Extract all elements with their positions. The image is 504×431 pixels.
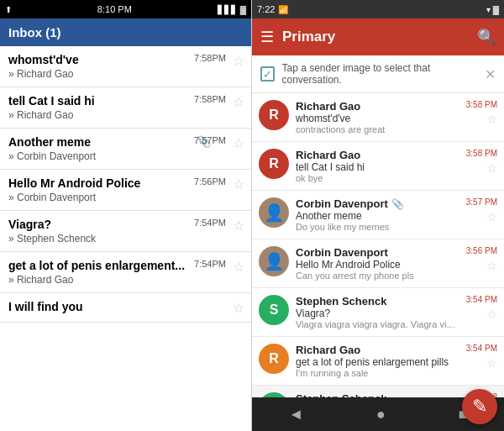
left-star-icon[interactable]: ☆: [233, 259, 244, 275]
right-status-bar: 7:22 📶 ▾ ▓: [252, 0, 504, 18]
compose-fab[interactable]: ✎: [462, 389, 497, 424]
right-email-time: 3:56 PM: [466, 246, 497, 255]
right-email-content: Corbin Davenport📎Another memeDo you like…: [296, 197, 459, 232]
left-email-time: 7:58PM: [194, 53, 226, 63]
right-email-item[interactable]: RRichard Gaotell Cat I said hiok bye3:58…: [252, 142, 504, 191]
right-star-icon[interactable]: ☆: [486, 210, 497, 223]
left-email-item[interactable]: Viagra?» Stephen Schenck7:54PM☆: [0, 211, 251, 252]
right-header-left: ☰ Primary: [260, 28, 335, 46]
right-email-subject: tell Cat I said hi: [296, 161, 459, 173]
nav-back-icon[interactable]: ◄: [288, 406, 303, 423]
right-status-left: 7:22 📶: [257, 4, 288, 14]
avatar[interactable]: S: [259, 295, 289, 325]
right-email-preview: Viagra viagra viagra viagra. Viagra viag…: [296, 319, 459, 329]
left-status-icons: ⬆: [5, 5, 12, 14]
right-email-item[interactable]: 👤Corbin DavenportHello Mr Android Police…: [252, 239, 504, 288]
left-star-icon[interactable]: ☆: [233, 94, 244, 110]
right-email-content: Stephen SchenckI will find youYou think …: [296, 392, 475, 397]
right-email-sender: Corbin Davenport: [296, 197, 388, 210]
left-star-icon[interactable]: ☆: [233, 300, 244, 316]
right-email-sender: Richard Gao: [296, 100, 360, 113]
right-email-preview: ok bye: [296, 173, 459, 183]
left-email-item[interactable]: get a lot of penis enlargement...» Richa…: [0, 252, 251, 293]
left-email-time: 7:57PM: [194, 135, 226, 145]
left-star-icon[interactable]: ☆: [233, 218, 244, 234]
right-email-time: 3:58 PM: [466, 100, 497, 109]
left-inbox-title: Inbox (1): [8, 25, 61, 39]
left-email-sender: » Richard Gao: [8, 109, 243, 121]
right-email-sender: Corbin Davenport: [296, 246, 388, 259]
right-email-list[interactable]: RRichard Gaowhomst'd'vecontractions are …: [252, 93, 504, 397]
sim-icon: 📶: [278, 5, 288, 14]
left-email-item[interactable]: tell Cat I said hi» Richard Gao7:58PM☆: [0, 87, 251, 129]
right-email-preview: contractions are great: [296, 124, 459, 134]
right-star-icon[interactable]: ☆: [486, 113, 497, 126]
left-email-sender: » Stephen Schenck: [8, 233, 243, 244]
left-email-sender: » Richard Gao: [8, 68, 243, 80]
left-email-item[interactable]: I will find you☆: [0, 293, 251, 323]
right-email-meta: 3:54 PM☆: [466, 344, 497, 370]
right-email-subject: whomst'd've: [296, 113, 459, 124]
right-email-meta: 3:58 PM☆: [466, 149, 497, 175]
right-email-item[interactable]: RRichard Gaowhomst'd'vecontractions are …: [252, 93, 504, 142]
right-email-subject: Another meme: [296, 210, 459, 222]
right-email-time: 3:58 PM: [466, 149, 497, 158]
select-banner-left: ✓ Tap a sender image to select that conv…: [260, 62, 485, 86]
left-email-item[interactable]: Hello Mr Android Police» Corbin Davenpor…: [0, 170, 251, 211]
avatar[interactable]: 👤: [259, 246, 289, 276]
right-status-right: ▾ ▓: [486, 5, 499, 14]
avatar[interactable]: R: [259, 149, 289, 179]
right-email-meta: 3:54 PM☆: [466, 295, 497, 321]
nav-home-icon[interactable]: ●: [376, 406, 386, 423]
battery-icon: ▓: [240, 5, 246, 14]
left-email-subject: I will find you: [8, 300, 243, 313]
left-time: 8:10 PM: [97, 4, 132, 14]
banner-close-icon[interactable]: ✕: [485, 66, 496, 82]
select-banner-text: Tap a sender image to select that conver…: [281, 62, 485, 86]
usb-icon: ⬆: [5, 5, 12, 14]
right-wifi-icon: ▾: [486, 5, 491, 14]
right-email-item[interactable]: RRichard Gaoget a lot of penis enlargeme…: [252, 337, 504, 386]
right-email-sender: Richard Gao: [296, 149, 360, 161]
right-email-preview: Can you arrest my phone pls: [296, 271, 459, 281]
left-header: Inbox (1): [0, 18, 251, 46]
right-star-icon[interactable]: ☆: [486, 307, 497, 321]
left-star-icon[interactable]: ☆: [233, 176, 244, 192]
right-email-sender: Richard Gao: [296, 344, 360, 356]
right-star-icon[interactable]: ☆: [486, 356, 497, 370]
select-check-icon: ✓: [260, 66, 275, 81]
avatar[interactable]: 👤: [259, 197, 289, 228]
hamburger-icon[interactable]: ☰: [260, 28, 274, 46]
left-email-time: 7:54PM: [194, 259, 226, 269]
right-email-meta: 3:57 PM☆: [466, 197, 497, 223]
right-time: 7:22: [257, 4, 275, 14]
right-email-item[interactable]: SStephen SchenckViagra?Viagra viagra via…: [252, 288, 504, 337]
signal-icon: ▋▋▋: [218, 5, 238, 14]
left-email-item[interactable]: whomst'd've» Richard Gao7:58PM☆: [0, 46, 251, 87]
left-email-time: 7:58PM: [194, 94, 226, 104]
right-email-time: 3:54 PM: [466, 295, 497, 304]
right-star-icon[interactable]: ☆: [486, 161, 497, 175]
left-email-sender: » Corbin Davenport: [8, 192, 243, 203]
avatar[interactable]: R: [259, 344, 289, 374]
left-signal-icons: ▋▋▋ ▓: [218, 5, 246, 14]
left-star-icon[interactable]: ☆: [233, 53, 244, 69]
right-email-time: 3:54 PM: [466, 344, 497, 353]
attach-icon: 📎: [391, 198, 404, 210]
right-email-meta: 3:56 PM☆: [466, 246, 497, 272]
search-icon[interactable]: 🔍: [477, 28, 496, 46]
right-email-sender: Stephen Schenck: [296, 295, 386, 307]
right-email-subject: Hello Mr Android Police: [296, 259, 459, 271]
left-email-list[interactable]: whomst'd've» Richard Gao7:58PM☆tell Cat …: [0, 46, 251, 431]
right-email-content: Stephen SchenckViagra?Viagra viagra viag…: [296, 295, 459, 329]
right-panel: 7:22 📶 ▾ ▓ ☰ Primary 🔍 ✓ Tap a sender im…: [252, 0, 504, 431]
right-email-item[interactable]: 👤Corbin Davenport📎Another memeDo you lik…: [252, 191, 504, 239]
right-email-time: 3:57 PM: [466, 197, 497, 207]
right-star-icon[interactable]: ☆: [486, 259, 497, 272]
avatar[interactable]: S: [259, 392, 289, 397]
avatar[interactable]: R: [259, 100, 289, 130]
right-email-preview: Do you like my memes: [296, 222, 459, 232]
left-star-icon[interactable]: ☆: [233, 135, 244, 151]
left-email-item[interactable]: 📎Another meme» Corbin Davenport7:57PM☆: [0, 129, 251, 170]
left-email-sender: » Richard Gao: [8, 274, 243, 286]
